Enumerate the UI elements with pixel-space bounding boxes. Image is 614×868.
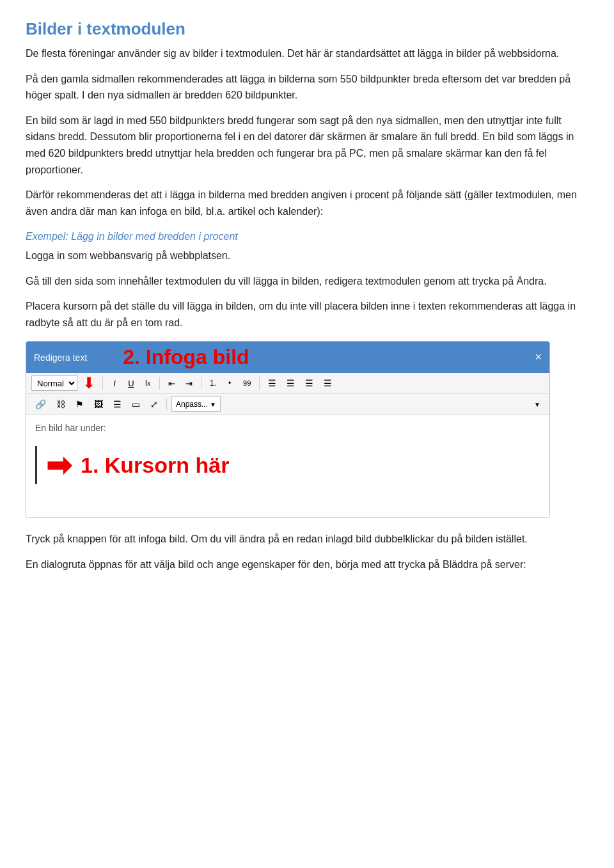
align-left-button[interactable]: ☰ <box>264 375 280 391</box>
paragraph-3: En bild som är lagd in med 550 bildpunkt… <box>26 113 588 178</box>
unlink-button[interactable]: ⛓ <box>52 397 69 412</box>
blockquote-button[interactable]: 99 <box>239 375 255 391</box>
hr-button[interactable]: ☰ <box>109 397 125 412</box>
image-button[interactable]: 🖼 <box>90 397 107 412</box>
indent-left-button[interactable]: ⇤ <box>164 375 179 391</box>
paragraph-2: På den gamla sidmallen rekommenderades a… <box>26 71 588 104</box>
justify-button[interactable]: ☰ <box>320 375 336 391</box>
paragraph-infoga-btn: Tryck på knappen för att infoga bild. Om… <box>26 531 588 548</box>
infoga-bild-label: 2. Infoga bild <box>123 345 249 369</box>
anpass-dropdown-icon: ▼ <box>210 401 216 408</box>
paragraph-dialog: En dialogruta öppnas för att välja bild … <box>26 556 588 573</box>
editor-content: En bild här under: ⬅ 1. Kursorn här <box>26 415 549 517</box>
editor-titlebar: Redigera text 2. Infoga bild × <box>26 342 549 373</box>
kursorn-arrow-icon: ⬅ <box>46 447 72 483</box>
editor-close-button[interactable]: × <box>535 351 542 364</box>
strikethrough-button[interactable]: Ix <box>141 375 155 391</box>
box-button[interactable]: ▭ <box>128 397 144 412</box>
toolbar-sep-1 <box>102 377 103 390</box>
toolbar-sep-3 <box>201 377 201 390</box>
toolbar-sep-4 <box>259 377 260 390</box>
ordered-list-button[interactable]: 1. <box>206 375 220 391</box>
step-cursor: Placera kursorn på det ställe du vill lä… <box>26 298 588 331</box>
kursorn-label: 1. Kursorn här <box>81 453 229 478</box>
anpass-button[interactable]: Anpass... ▼ <box>171 397 221 412</box>
link-button[interactable]: 🔗 <box>31 397 50 412</box>
editor-content-label: En bild här under: <box>35 423 540 433</box>
indent-right-button[interactable]: ⇥ <box>182 375 196 391</box>
special-char-button[interactable]: ⤢ <box>146 397 162 412</box>
align-center-button[interactable]: ☰ <box>283 375 299 391</box>
step-login: Logga in som webbansvarig på webbplatsen… <box>26 248 588 264</box>
editor-toolbar-row2: 🔗 ⛓ ⚑ 🖼 ☰ ▭ ⤢ Anpass... ▼ ▼ <box>26 394 549 415</box>
row-end-button[interactable]: ▼ <box>530 397 544 412</box>
example-label: Exempel: Lägg in bilder med bredden i pr… <box>26 228 588 245</box>
cursor-area: ⬅ 1. Kursorn här <box>35 446 540 484</box>
toolbar-sep-5 <box>166 398 167 411</box>
step-goto: Gå till den sida som innehåller textmodu… <box>26 273 588 290</box>
paragraph-1: De flesta föreningar använder sig av bil… <box>26 45 588 62</box>
align-right-button[interactable]: ☰ <box>301 375 317 391</box>
style-select[interactable]: Normal <box>31 375 77 391</box>
editor-toolbar-row1: Normal ⬇ I U Ix ⇤ ⇥ 1. • 99 ☰ ☰ ☰ ☰ <box>26 373 549 394</box>
anchor-button[interactable]: ⚑ <box>72 397 88 412</box>
editor-title-text: Redigera text <box>34 352 87 363</box>
editor-titlebar-left: Redigera text 2. Infoga bild <box>34 345 249 369</box>
toolbar-sep-2 <box>159 377 160 390</box>
italic-button[interactable]: I <box>107 375 122 391</box>
page-title: Bilder i textmodulen <box>26 19 588 39</box>
editor-screenshot: Redigera text 2. Infoga bild × Normal ⬇ … <box>26 341 550 518</box>
cursor-bar <box>35 446 37 484</box>
paragraph-4: Därför rekommenderas det att i lägga in … <box>26 187 588 219</box>
underline-button[interactable]: U <box>124 375 138 391</box>
anpass-label: Anpass... <box>176 400 208 409</box>
unordered-list-button[interactable]: • <box>223 375 237 391</box>
infoga-arrow-btn[interactable]: ⬇ <box>80 375 98 391</box>
